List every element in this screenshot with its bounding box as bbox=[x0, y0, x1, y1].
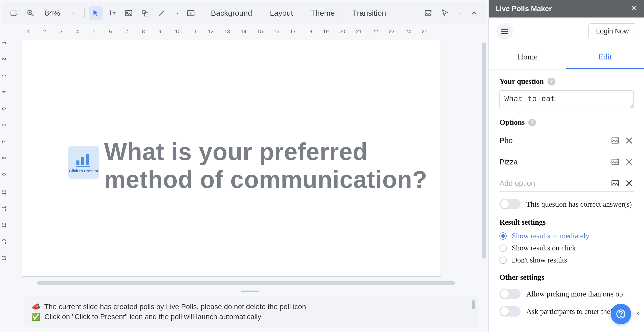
login-button[interactable]: Login Now bbox=[588, 23, 636, 39]
toolbar-divider bbox=[344, 8, 344, 18]
collapse-toolbar-icon[interactable] bbox=[467, 6, 481, 20]
background-button[interactable]: Background bbox=[206, 6, 257, 20]
line-dropdown-icon[interactable] bbox=[174, 9, 181, 17]
notice-scrollbar[interactable] bbox=[472, 300, 475, 309]
shape-tool-icon[interactable] bbox=[138, 6, 152, 20]
sidebar-panel: Live Polls Maker Login Now Home Edit You… bbox=[488, 0, 644, 332]
radio-icon bbox=[499, 257, 507, 264]
zoom-level[interactable]: 84% bbox=[40, 9, 65, 18]
megaphone-emoji: 📣 bbox=[31, 303, 40, 311]
other-settings-title: Other settings bbox=[499, 273, 634, 282]
radio-label: Don't show results bbox=[512, 256, 567, 264]
allow-multiple-label: Allow picking more than one op bbox=[526, 290, 623, 298]
notice-line: ✅ Click on "Click to Present" icon and t… bbox=[31, 312, 471, 322]
ask-name-toggle[interactable] bbox=[499, 306, 521, 317]
svg-rect-8 bbox=[76, 160, 79, 165]
slide[interactable]: Click to Present What is your preferred … bbox=[22, 40, 441, 277]
options-label-text: Options bbox=[499, 118, 525, 127]
tab-home[interactable]: Home bbox=[489, 45, 566, 69]
radio-dont-show[interactable]: Don't show results bbox=[499, 256, 634, 264]
help-icon[interactable]: ? bbox=[548, 78, 555, 85]
hamburger-icon[interactable] bbox=[496, 23, 513, 40]
add-image-icon[interactable] bbox=[611, 179, 620, 188]
zoom-dropdown-icon[interactable] bbox=[70, 9, 78, 17]
toolbar-divider bbox=[261, 8, 261, 18]
radio-icon bbox=[499, 232, 507, 240]
add-image-icon[interactable] bbox=[611, 157, 620, 167]
toolbar: 84% Background Layout bbox=[2, 2, 486, 24]
svg-rect-0 bbox=[11, 11, 16, 15]
your-question-label: Your question ? bbox=[499, 77, 634, 86]
add-image-icon[interactable] bbox=[611, 136, 620, 145]
notice-bar: 📣 The current slide has created polls by… bbox=[24, 296, 478, 327]
svg-rect-12 bbox=[612, 138, 619, 143]
question-input-wrap bbox=[499, 90, 634, 109]
help-icon[interactable]: ? bbox=[528, 119, 536, 126]
correct-answer-label: This question has correct answer(s) bbox=[526, 200, 632, 208]
text-tool-icon[interactable] bbox=[105, 6, 119, 20]
panel-drag-handle[interactable] bbox=[241, 291, 259, 292]
option-input[interactable] bbox=[499, 136, 607, 145]
remove-option-icon[interactable] bbox=[624, 136, 634, 145]
print-preview-icon[interactable] bbox=[7, 6, 21, 20]
vertical-ruler: 1234567891011121314 bbox=[0, 26, 11, 332]
svg-rect-13 bbox=[612, 159, 619, 165]
svg-rect-11 bbox=[76, 166, 90, 167]
option-row bbox=[499, 153, 634, 170]
svg-rect-14 bbox=[612, 181, 619, 186]
comment-tool-icon[interactable] bbox=[184, 6, 198, 20]
radio-icon bbox=[499, 244, 507, 252]
sidebar-topbar: Login Now bbox=[489, 18, 644, 45]
add-image-icon[interactable] bbox=[422, 6, 435, 20]
option-input[interactable] bbox=[499, 158, 607, 166]
help-fab-button[interactable] bbox=[611, 304, 631, 324]
slide-question-text[interactable]: What is your preferred method of communi… bbox=[104, 138, 441, 194]
clear-option-icon[interactable] bbox=[624, 179, 634, 188]
sidebar-body: Your question ? Options ? bbox=[489, 69, 644, 332]
tab-edit[interactable]: Edit bbox=[566, 45, 644, 69]
option-row bbox=[499, 131, 634, 149]
collapse-side-icon[interactable] bbox=[635, 309, 641, 319]
correct-answer-toggle-row: This question has correct answer(s) bbox=[499, 199, 634, 209]
line-tool-icon[interactable] bbox=[155, 6, 168, 20]
horizontal-scrollbar[interactable] bbox=[22, 281, 473, 285]
cursor-tool-icon[interactable] bbox=[89, 6, 103, 20]
canvas-area: 1234567891011121314 12345678910111213141… bbox=[0, 26, 488, 332]
radio-show-on-click[interactable]: Show results on click bbox=[499, 244, 634, 252]
add-option-input[interactable] bbox=[499, 179, 607, 188]
check-emoji: ✅ bbox=[31, 313, 40, 321]
editor-main: 84% Background Layout bbox=[0, 0, 488, 332]
transition-button[interactable]: Transition bbox=[348, 6, 391, 20]
notice-text-2: Click on "Click to Present" icon and the… bbox=[44, 313, 261, 321]
image-tool-icon[interactable] bbox=[122, 6, 136, 20]
allow-multiple-toggle-row: Allow picking more than one op bbox=[499, 289, 634, 299]
add-option-row bbox=[499, 174, 634, 192]
vertical-scrollbar[interactable] bbox=[482, 42, 486, 273]
layout-button[interactable]: Layout bbox=[265, 6, 298, 20]
resize-grip-icon[interactable] bbox=[629, 104, 633, 108]
notice-text-1: The current slide has created polls by L… bbox=[44, 303, 306, 311]
remove-option-icon[interactable] bbox=[624, 157, 634, 167]
sidebar-title: Live Polls Maker bbox=[495, 5, 552, 13]
radio-label: Show results on click bbox=[512, 244, 576, 252]
question-input[interactable] bbox=[500, 91, 633, 108]
svg-point-16 bbox=[620, 316, 621, 317]
result-settings-title: Result settings bbox=[499, 218, 634, 226]
toolbar-divider bbox=[84, 8, 85, 18]
zoom-in-icon[interactable] bbox=[24, 6, 38, 20]
sidebar-header: Live Polls Maker bbox=[489, 0, 644, 18]
options-label: Options ? bbox=[499, 118, 634, 127]
radio-label: Show results immediately bbox=[512, 232, 589, 240]
toolbar-divider bbox=[202, 8, 202, 18]
allow-multiple-toggle[interactable] bbox=[499, 289, 521, 299]
pointer-dropdown-icon[interactable] bbox=[457, 9, 465, 17]
poll-icon[interactable]: Click to Present bbox=[68, 146, 99, 179]
radio-show-immediately[interactable]: Show results immediately bbox=[499, 232, 634, 240]
toolbar-divider bbox=[302, 8, 302, 18]
close-icon[interactable] bbox=[630, 4, 637, 13]
pointer-icon[interactable] bbox=[438, 6, 452, 20]
theme-button[interactable]: Theme bbox=[306, 6, 339, 20]
correct-answer-toggle[interactable] bbox=[499, 199, 521, 209]
slide-viewport[interactable]: Click to Present What is your preferred … bbox=[11, 37, 488, 289]
ask-name-label: Ask participants to enter their na bbox=[526, 307, 624, 316]
